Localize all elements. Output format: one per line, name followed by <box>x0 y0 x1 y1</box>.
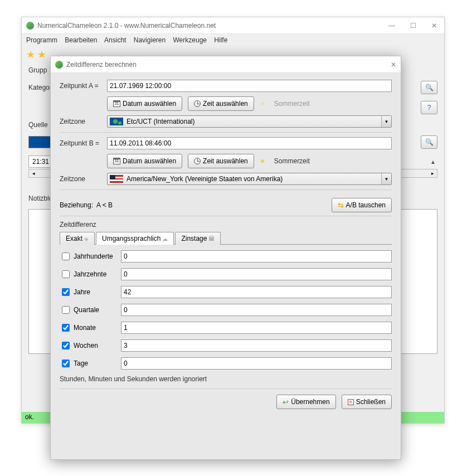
label-zeitpunkt-a: Zeitpunkt A = <box>60 82 107 90</box>
sommerzeit-a-label: Sommerzeit <box>274 100 310 108</box>
main-titlebar: NumericalChameleon 2.1.0 - www.Numerical… <box>22 17 444 34</box>
dialog-close-icon[interactable]: ✕ <box>391 61 396 69</box>
flag-icon <box>28 136 51 148</box>
diff-label: Monate <box>74 324 96 332</box>
diff-label: Quartale <box>74 306 99 314</box>
apply-icon: ↩ <box>283 398 289 406</box>
menu-hilfe[interactable]: Hilfe <box>214 36 227 44</box>
zeitpunkt-b-input[interactable]: 11.09.2011 08:46:00 <box>107 137 392 149</box>
chevron-down-icon: ▼ <box>381 116 391 127</box>
close-button[interactable]: ×Schließen <box>342 395 392 409</box>
zeitzone-a-combo[interactable]: Etc/UCT (International) ▼ <box>107 115 392 128</box>
clock-icon <box>194 158 201 164</box>
pick-time-a-button[interactable]: Zeit auswählen <box>188 96 254 111</box>
apply-button[interactable]: ↩Übernehmen <box>276 395 335 409</box>
pick-time-b-button[interactable]: Zeit auswählen <box>188 154 254 168</box>
checkbox[interactable] <box>62 360 70 367</box>
diff-row: Jahre42 <box>60 286 392 298</box>
help-button[interactable]: ? <box>421 101 437 114</box>
zeitdifferenz-legend: Zeitdifferenz <box>60 221 392 229</box>
tab-umgangssprachlich[interactable]: Umgangssprachlich☁ <box>96 232 174 245</box>
diff-value-tage[interactable]: 0 <box>121 357 392 370</box>
menu-navigieren[interactable]: Navigieren <box>134 36 166 44</box>
swap-button[interactable]: ⇆A/B tauschen <box>332 198 392 212</box>
zeitzone-b-combo[interactable]: America/New_York (Vereinigte Staaten von… <box>107 173 392 185</box>
ignore-note: Stunden, Minuten und Sekunden werden ign… <box>60 375 392 383</box>
sommerzeit-b-label: Sommerzeit <box>274 157 310 165</box>
tab-zinstage[interactable]: Zinstage🏛 <box>175 232 221 245</box>
checkbox[interactable] <box>62 324 70 332</box>
diff-row: Tage0 <box>60 357 392 370</box>
diff-value-quartale[interactable]: 0 <box>121 304 392 316</box>
clock-icon <box>194 100 201 107</box>
main-title: NumericalChameleon 2.1.0 - www.Numerical… <box>37 22 386 30</box>
dialog-title: Zeitdifferenz berechnen <box>66 61 391 69</box>
checkbox[interactable] <box>62 252 70 260</box>
search-button[interactable]: 🔍 <box>421 135 437 149</box>
checkbox[interactable] <box>62 270 70 278</box>
favorite-star-icon[interactable]: ★ <box>37 48 46 60</box>
maximize-button[interactable]: ☐ <box>407 22 419 30</box>
stepper-up-icon[interactable]: ▴ <box>429 158 437 166</box>
menu-werkzeuge[interactable]: Werkzeuge <box>173 36 207 44</box>
pick-date-b-button[interactable]: 31Datum auswählen <box>107 154 182 168</box>
close-button[interactable]: ✕ <box>429 22 440 30</box>
flag-us-icon <box>110 175 123 183</box>
diff-label: Wochen <box>74 342 98 349</box>
minimize-button[interactable]: — <box>386 22 397 30</box>
zeitpunkt-a-input[interactable]: 21.07.1969 12:00:00 <box>107 80 392 92</box>
sun-icon: ☀ <box>260 100 265 108</box>
cloud-icon: ☁ <box>162 236 168 242</box>
menu-bearbeiten[interactable]: Bearbeiten <box>65 36 97 44</box>
time-input[interactable]: 21:31 <box>28 156 53 168</box>
label-zeitzone-b: Zeitzone <box>60 175 107 183</box>
label-zeitzone-a: Zeitzone <box>60 118 107 125</box>
calendar-icon: 31 <box>113 158 120 164</box>
diamond-icon: ◈ <box>84 236 89 242</box>
app-icon <box>55 61 63 69</box>
label-zeitpunkt-b: Zeitpunkt B = <box>60 139 107 147</box>
flag-international-icon <box>110 118 123 125</box>
bank-icon: 🏛 <box>208 235 215 242</box>
diff-label: Jahrzehnte <box>74 270 106 278</box>
diff-check-jahrzehnte[interactable]: Jahrzehnte <box>60 269 121 280</box>
calendar-icon: 31 <box>113 100 120 107</box>
diff-check-tage[interactable]: Tage <box>60 358 121 369</box>
diff-check-quartale[interactable]: Quartale <box>60 304 121 315</box>
menu-programm[interactable]: Programm <box>26 36 57 44</box>
diff-value-wochen[interactable]: 3 <box>121 339 392 352</box>
app-icon <box>26 22 34 30</box>
diff-check-jahre[interactable]: Jahre <box>60 286 121 298</box>
diff-row: Wochen3 <box>60 339 392 352</box>
checkbox[interactable] <box>62 306 70 314</box>
sun-icon: ☀ <box>260 158 265 165</box>
scroll-left-icon[interactable]: ◂ <box>29 171 38 176</box>
swap-icon: ⇆ <box>338 201 344 210</box>
label-beziehung: Beziehung: <box>60 201 93 209</box>
diff-row: Jahrzehnte0 <box>60 268 392 280</box>
favorite-star-icon[interactable]: ★ <box>26 48 35 60</box>
scroll-right-icon[interactable]: ▸ <box>428 171 437 176</box>
checkbox[interactable] <box>62 288 70 296</box>
diff-label: Jahre <box>74 288 90 296</box>
menubar: Programm Bearbeiten Ansicht Navigieren W… <box>22 34 444 46</box>
diff-row: Quartale0 <box>60 304 392 316</box>
tab-exakt[interactable]: Exakt◈ <box>60 232 95 245</box>
time-diff-dialog: Zeitdifferenz berechnen ✕ Zeitpunkt A = … <box>50 56 401 460</box>
diff-value-monate[interactable]: 1 <box>121 322 392 334</box>
status-text: ok. <box>25 413 34 421</box>
diff-label: Tage <box>74 360 88 367</box>
beziehung-value: A < B <box>96 201 113 209</box>
menu-ansicht[interactable]: Ansicht <box>104 36 126 44</box>
diff-value-jahrzehnte[interactable]: 0 <box>121 268 392 280</box>
diff-check-wochen[interactable]: Wochen <box>60 340 121 351</box>
diff-row: Jahrhunderte0 <box>60 250 392 263</box>
search-button[interactable]: 🔍 <box>421 81 437 94</box>
pick-date-a-button[interactable]: 31Datum auswählen <box>107 96 182 111</box>
diff-row: Monate1 <box>60 322 392 334</box>
diff-value-jahre[interactable]: 42 <box>121 286 392 298</box>
diff-value-jahrhunderte[interactable]: 0 <box>121 250 392 263</box>
checkbox[interactable] <box>62 342 70 349</box>
diff-check-jahrhunderte[interactable]: Jahrhunderte <box>60 251 121 262</box>
diff-check-monate[interactable]: Monate <box>60 322 121 333</box>
